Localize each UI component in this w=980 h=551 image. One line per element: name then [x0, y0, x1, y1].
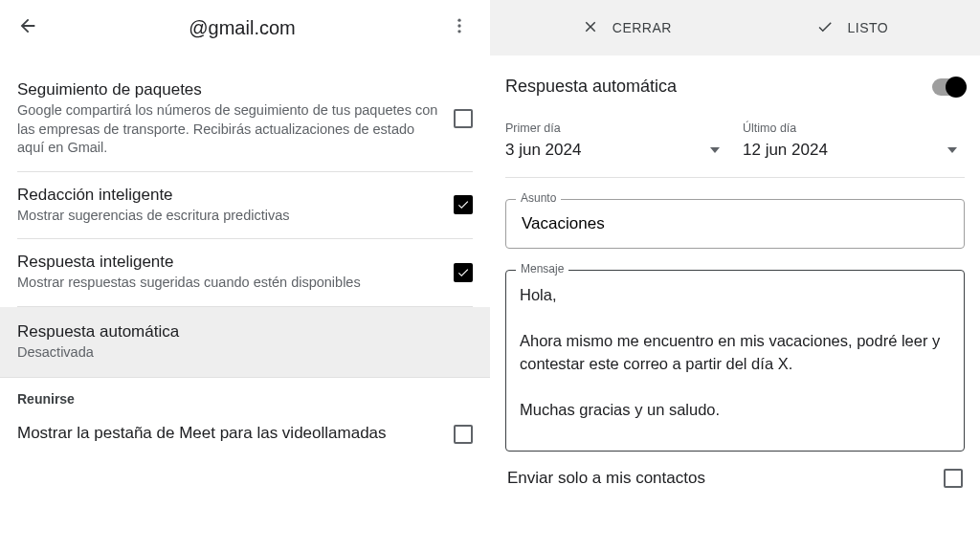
- setting-title: Seguimiento de paquetes: [17, 80, 438, 99]
- message-textarea[interactable]: Hola, Ahora mismo me encuentro en mis va…: [520, 284, 950, 437]
- setting-meet-tab[interactable]: Mostrar la pestaña de Meet para las vide…: [17, 410, 473, 458]
- first-day-value: 3 jun 2024: [505, 141, 581, 160]
- settings-pane: @gmail.com Seguimiento de paquetes Googl…: [0, 0, 490, 551]
- checkbox-checked-icon[interactable]: [454, 195, 473, 214]
- subject-input[interactable]: [520, 213, 950, 234]
- subject-field[interactable]: Asunto: [505, 199, 965, 249]
- setting-package-tracking[interactable]: Seguimiento de paquetes Google compartir…: [17, 67, 473, 172]
- check-icon: [816, 18, 834, 38]
- close-icon: [582, 18, 599, 38]
- svg-point-2: [457, 30, 460, 33]
- setting-subtitle: Mostrar sugerencias de escritura predict…: [17, 207, 438, 226]
- setting-smart-compose[interactable]: Redacción inteligente Mostrar sugerencia…: [17, 172, 473, 240]
- setting-subtitle: Google compartirá los números de seguimi…: [17, 101, 438, 158]
- overflow-menu-icon[interactable]: [446, 16, 473, 39]
- contacts-only-label: Enviar solo a mis contactos: [507, 469, 944, 488]
- close-label: CERRAR: [612, 20, 672, 35]
- dropdown-icon: [947, 141, 957, 160]
- setting-auto-reply[interactable]: Respuesta automática Desactivada: [0, 307, 490, 379]
- toggle-switch-icon[interactable]: [932, 78, 965, 96]
- last-day-field[interactable]: Último día 12 jun 2024: [743, 121, 965, 160]
- toggle-label: Respuesta automática: [505, 77, 932, 97]
- right-header: CERRAR LISTO: [490, 0, 980, 55]
- done-label: LISTO: [847, 20, 888, 35]
- message-field[interactable]: Mensaje Hola, Ahora mismo me encuentro e…: [505, 270, 965, 452]
- setting-title: Redacción inteligente: [17, 186, 438, 205]
- setting-smart-reply[interactable]: Respuesta inteligente Mostrar respuestas…: [17, 239, 473, 307]
- subject-legend: Asunto: [516, 191, 561, 205]
- dropdown-icon: [710, 141, 720, 160]
- checkbox-unchecked-icon[interactable]: [454, 425, 473, 444]
- auto-reply-pane: CERRAR LISTO Respuesta automática Primer…: [490, 0, 980, 551]
- first-day-field[interactable]: Primer día 3 jun 2024: [505, 121, 727, 160]
- done-button[interactable]: LISTO: [816, 18, 888, 38]
- auto-reply-toggle-row[interactable]: Respuesta automática: [505, 55, 965, 108]
- contacts-only-row[interactable]: Enviar solo a mis contactos: [505, 452, 965, 488]
- svg-point-1: [457, 24, 460, 27]
- section-header-meet: Reunirse: [0, 378, 490, 410]
- close-button[interactable]: CERRAR: [582, 18, 672, 38]
- checkbox-unchecked-icon[interactable]: [944, 469, 963, 488]
- setting-title: Respuesta inteligente: [17, 253, 438, 272]
- last-day-value: 12 jun 2024: [743, 141, 828, 160]
- last-day-label: Último día: [743, 121, 965, 135]
- svg-point-0: [457, 19, 460, 22]
- setting-title: Respuesta automática: [17, 322, 473, 342]
- account-title: @gmail.com: [38, 17, 446, 39]
- setting-subtitle: Mostrar respuestas sugeridas cuando esté…: [17, 274, 438, 293]
- left-header: @gmail.com: [0, 0, 490, 55]
- setting-subtitle: Desactivada: [17, 343, 473, 363]
- checkbox-checked-icon[interactable]: [454, 263, 473, 282]
- setting-title: Mostrar la pestaña de Meet para las vide…: [17, 424, 438, 443]
- checkbox-unchecked-icon[interactable]: [454, 109, 473, 128]
- message-legend: Mensaje: [516, 262, 568, 276]
- back-arrow-icon[interactable]: [17, 15, 38, 40]
- date-range-row: Primer día 3 jun 2024 Último día 12 jun …: [505, 108, 965, 178]
- first-day-label: Primer día: [505, 121, 727, 135]
